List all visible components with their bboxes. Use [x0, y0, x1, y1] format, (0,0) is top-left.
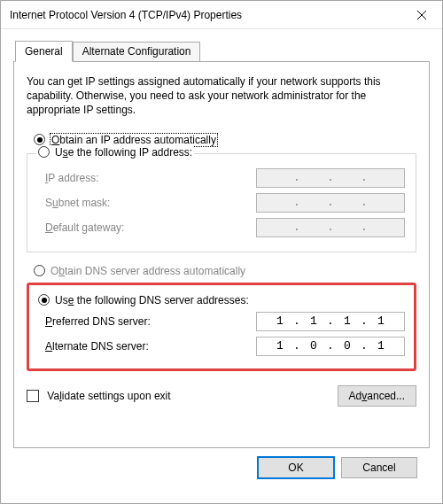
- field-alternate-dns: Alternate DNS server: 1. 0. 0. 1: [38, 337, 405, 356]
- field-ip-address: IP address: ...: [38, 168, 405, 188]
- radio-use-following-ip[interactable]: Use the following IP address:: [38, 146, 192, 159]
- field-label: Subnet mask:: [38, 197, 110, 209]
- alternate-dns-input[interactable]: 1. 0. 0. 1: [256, 337, 405, 356]
- titlebar: Internet Protocol Version 4 (TCP/IPv4) P…: [1, 1, 442, 29]
- validate-checkbox[interactable]: Validate settings upon exit: [27, 389, 171, 402]
- field-default-gateway: Default gateway: ...: [38, 218, 405, 237]
- advanced-button[interactable]: Advanced...: [338, 385, 416, 407]
- subnet-mask-input: ...: [256, 193, 405, 213]
- dns-highlight-box: Use the following DNS server addresses: …: [27, 283, 416, 371]
- tab-panel-general: You can get IP settings assigned automat…: [13, 61, 430, 448]
- field-label: Preferred DNS server:: [38, 315, 151, 328]
- close-button[interactable]: [401, 2, 442, 28]
- dialog-footer: OK Cancel: [13, 448, 430, 491]
- radio-obtain-ip-auto[interactable]: Obtain an IP address automatically: [34, 134, 416, 146]
- radio-icon: [38, 294, 50, 306]
- tab-alternate-configuration[interactable]: Alternate Configuration: [73, 42, 201, 63]
- description-text: You can get IP settings assigned automat…: [27, 74, 416, 118]
- field-label: Default gateway:: [38, 221, 124, 234]
- radio-icon: [38, 146, 50, 158]
- default-gateway-input: ...: [256, 218, 405, 237]
- tab-general[interactable]: General: [15, 41, 73, 62]
- window-title: Internet Protocol Version 4 (TCP/IPv4) P…: [10, 9, 401, 21]
- ok-button[interactable]: OK: [258, 457, 334, 478]
- ip-address-input: ...: [256, 168, 405, 188]
- radio-obtain-dns-auto[interactable]: Obtain DNS server address automatically: [34, 265, 416, 277]
- field-subnet-mask: Subnet mask: ...: [38, 193, 405, 213]
- dialog-body: General Alternate Configuration You can …: [1, 29, 442, 503]
- checkbox-icon: [27, 390, 39, 402]
- field-label: Alternate DNS server:: [38, 340, 149, 353]
- radio-label: Obtain an IP address automatically: [51, 134, 217, 146]
- cancel-button[interactable]: Cancel: [341, 457, 417, 478]
- radio-icon: [34, 134, 45, 145]
- ipv4-properties-dialog: Internet Protocol Version 4 (TCP/IPv4) P…: [0, 0, 443, 504]
- field-label: IP address:: [38, 172, 99, 184]
- radio-icon: [34, 265, 45, 276]
- checkbox-label: Validate settings upon exit: [47, 390, 170, 402]
- close-icon: [417, 11, 426, 19]
- ip-address-group: Use the following IP address: IP address…: [27, 153, 416, 252]
- radio-label: Use the following DNS server addresses:: [55, 294, 249, 306]
- radio-use-following-dns[interactable]: Use the following DNS server addresses:: [38, 294, 405, 306]
- preferred-dns-input[interactable]: 1. 1. 1. 1: [256, 312, 405, 331]
- bottom-row: Validate settings upon exit Advanced...: [27, 385, 416, 407]
- field-preferred-dns: Preferred DNS server: 1. 1. 1. 1: [38, 312, 405, 331]
- tab-strip: General Alternate Configuration: [15, 41, 430, 62]
- radio-label: Use the following IP address:: [55, 146, 192, 159]
- radio-label: Obtain DNS server address automatically: [51, 265, 245, 277]
